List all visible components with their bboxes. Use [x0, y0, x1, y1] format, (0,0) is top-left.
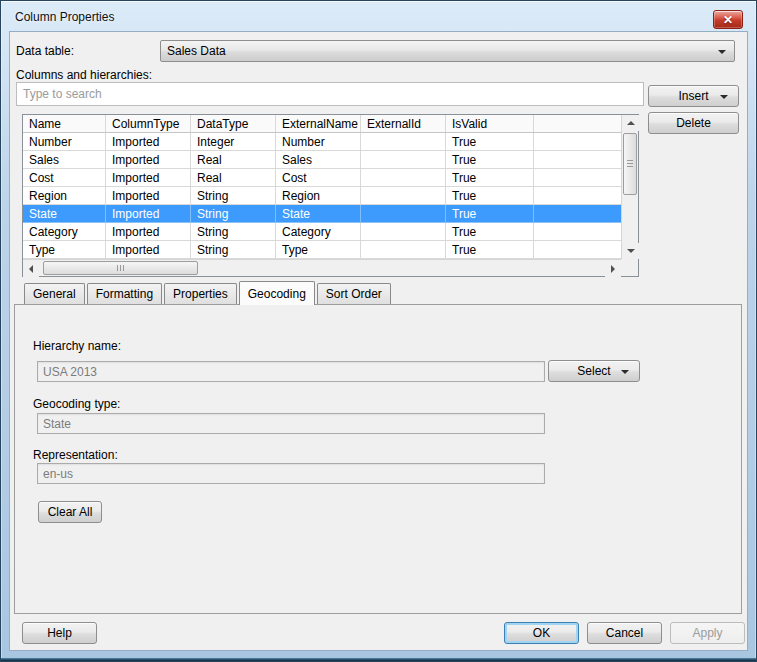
table-cell: Sales [276, 151, 361, 168]
table-cell: Cost [276, 169, 361, 186]
horizontal-scrollbar-thumb[interactable] [43, 261, 198, 275]
table-cell: True [446, 169, 534, 186]
table-cell-filler [534, 187, 621, 204]
table-row[interactable]: NumberImportedIntegerNumberTrue [23, 133, 621, 151]
tab-formatting[interactable]: Formatting [87, 283, 162, 304]
table-cell: Category [276, 223, 361, 240]
table-cell: Integer [191, 133, 276, 150]
table-cell-filler [534, 169, 621, 186]
clear-all-button[interactable]: Clear All [38, 501, 102, 523]
chevron-down-icon [718, 50, 726, 54]
scroll-up-button[interactable] [622, 115, 639, 131]
vertical-scrollbar-thumb[interactable] [623, 133, 637, 195]
table-cell: Real [191, 169, 276, 186]
tab-sort-order[interactable]: Sort Order [317, 283, 391, 304]
table-cell [361, 187, 446, 204]
table-cell: Region [276, 187, 361, 204]
column-header[interactable]: ColumnType [106, 115, 191, 132]
clear-all-button-label: Clear All [48, 505, 93, 519]
table-cell: Category [23, 223, 106, 240]
scroll-left-button[interactable] [23, 260, 39, 277]
title-bar[interactable]: Column Properties ✕ [1, 1, 756, 31]
table-cell-filler [534, 205, 621, 222]
table-cell: True [446, 151, 534, 168]
table-cell: String [191, 241, 276, 258]
scroll-up-icon [627, 121, 635, 125]
table-row[interactable]: CategoryImportedStringCategoryTrue [23, 223, 621, 241]
table-cell [361, 223, 446, 240]
table-cell-filler [534, 151, 621, 168]
table-header-row: NameColumnTypeDataTypeExternalNameExtern… [23, 115, 621, 133]
geocoding-type-field [37, 413, 545, 434]
help-button[interactable]: Help [22, 622, 97, 644]
column-header[interactable]: DataType [191, 115, 276, 132]
table-cell: Imported [106, 151, 191, 168]
scroll-down-button[interactable] [622, 243, 639, 259]
tab-strip: GeneralFormattingPropertiesGeocodingSort… [24, 281, 393, 304]
columns-grid: NameColumnTypeDataTypeExternalNameExtern… [23, 115, 621, 259]
column-header[interactable]: IsValid [446, 115, 534, 132]
tab-general[interactable]: General [24, 283, 85, 304]
table-cell-filler [534, 223, 621, 240]
data-table-label: Data table: [16, 44, 74, 58]
table-cell: Sales [23, 151, 106, 168]
hierarchy-name-label: Hierarchy name: [33, 339, 121, 353]
table-cell: Type [23, 241, 106, 258]
table-cell: True [446, 205, 534, 222]
tab-geocoding[interactable]: Geocoding [239, 281, 315, 305]
chevron-down-icon [720, 95, 728, 99]
tab-properties[interactable]: Properties [164, 283, 237, 304]
column-header[interactable]: ExternalId [361, 115, 446, 132]
column-header[interactable]: ExternalName [276, 115, 361, 132]
table-cell: Type [276, 241, 361, 258]
ok-button[interactable]: OK [504, 622, 579, 644]
table-cell [361, 133, 446, 150]
table-row[interactable]: RegionImportedStringRegionTrue [23, 187, 621, 205]
window-title: Column Properties [15, 10, 114, 24]
scroll-down-icon [627, 249, 635, 253]
columns-section-label: Columns and hierarchies: [16, 68, 152, 82]
insert-button[interactable]: Insert [648, 85, 739, 107]
table-cell [361, 169, 446, 186]
delete-button-label: Delete [676, 116, 711, 130]
ok-button-label: OK [533, 626, 550, 640]
chevron-down-icon [621, 370, 629, 374]
window-bottom-edge [1, 658, 756, 661]
dialog-window: Column Properties ✕ Data table: Sales Da… [0, 0, 757, 662]
table-cell: Cost [23, 169, 106, 186]
select-button[interactable]: Select [548, 360, 640, 382]
table-cell: True [446, 187, 534, 204]
representation-label: Representation: [33, 448, 118, 462]
table-cell: String [191, 205, 276, 222]
table-cell: Number [23, 133, 106, 150]
table-row[interactable]: StateImportedStringStateTrue [23, 205, 621, 223]
scrollbar-corner [621, 259, 638, 276]
table-cell: Number [276, 133, 361, 150]
table-row[interactable]: TypeImportedStringTypeTrue [23, 241, 621, 259]
select-button-label: Select [577, 364, 610, 378]
scroll-right-icon [611, 265, 615, 273]
column-header[interactable]: Name [23, 115, 106, 132]
scroll-right-button[interactable] [605, 260, 621, 277]
table-cell: Real [191, 151, 276, 168]
cancel-button[interactable]: Cancel [587, 622, 662, 644]
search-input[interactable] [16, 82, 644, 106]
column-header-filler [534, 115, 621, 132]
close-button[interactable]: ✕ [713, 10, 743, 29]
cancel-button-label: Cancel [606, 626, 643, 640]
geocoding-type-label: Geocoding type: [33, 397, 120, 411]
data-table-select[interactable]: Sales Data [160, 40, 735, 62]
horizontal-scrollbar[interactable] [23, 259, 621, 276]
dialog-client-area: Data table: Sales Data Columns and hiera… [9, 31, 748, 651]
table-cell-filler [534, 241, 621, 258]
table-row[interactable]: CostImportedRealCostTrue [23, 169, 621, 187]
table-row[interactable]: SalesImportedRealSalesTrue [23, 151, 621, 169]
table-cell: String [191, 223, 276, 240]
insert-button-label: Insert [678, 89, 708, 103]
vertical-scrollbar[interactable] [621, 115, 638, 259]
table-cell: Imported [106, 169, 191, 186]
table-cell: True [446, 223, 534, 240]
delete-button[interactable]: Delete [648, 112, 739, 134]
scroll-left-icon [29, 265, 33, 273]
table-cell: Imported [106, 133, 191, 150]
